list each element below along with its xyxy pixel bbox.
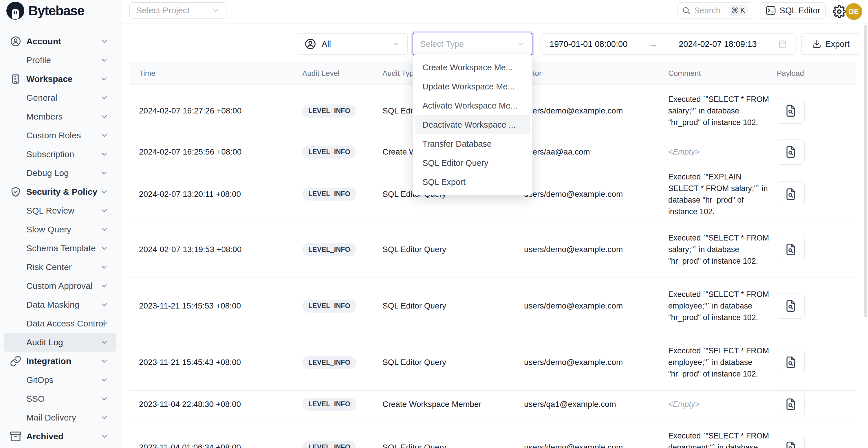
cell-time: 2023-11-04 01:06:34 +08:00 [139,418,289,448]
sidebar-item[interactable]: Archived [4,427,116,446]
sidebar-item[interactable]: SSO [4,389,116,408]
actor-filter-select[interactable]: All [297,33,408,55]
cell-payload [777,167,814,221]
payload-view-button[interactable] [777,182,805,207]
file-search-icon [784,104,797,117]
export-button[interactable]: Export [801,33,860,55]
chevron-down-icon [392,40,400,48]
sidebar-item-label: Members [26,112,63,122]
sidebar-item[interactable]: Account [4,32,116,51]
sidebar-item-label: General [26,93,57,103]
cell-comment: Executed `"EXPLAIN SELECT * FROM salary;… [668,167,770,221]
sidebar-item-label: SQL Review [26,206,74,216]
payload-view-button[interactable] [777,391,805,417]
level-badge: LEVEL_INFO [302,356,356,369]
level-badge: LEVEL_INFO [302,398,356,411]
chevron-down-icon [100,75,108,83]
payload-view-button[interactable] [777,237,805,262]
cell-audit-level: LEVEL_INFO [302,137,380,167]
level-badge: LEVEL_INFO [302,146,356,159]
type-menu-item[interactable]: Activate Workspace Me... [415,96,530,115]
sidebar-item[interactable]: Integration [4,352,116,371]
cell-comment: <Empty> [668,391,770,418]
type-menu-item[interactable]: SQL Export [415,172,530,192]
gear-icon[interactable] [833,5,846,18]
type-menu-item[interactable]: Transfer Database [415,134,530,153]
cell-actor: users/demo@example.com [524,221,657,278]
sidebar-item-label: SSO [26,394,44,404]
sidebar-item-label: GitOps [26,375,53,385]
cell-payload [777,278,814,334]
cell-comment: Executed `"SELECT * FROM salary;"` in da… [668,85,770,137]
vertical-scrollbar[interactable] [864,25,867,317]
sidebar-item[interactable]: Slow Query [4,220,116,239]
chevron-down-icon [100,338,108,347]
cell-audit-level: LEVEL_INFO [302,391,380,418]
sidebar-group-icon [10,73,22,85]
comment-text: <Empty> [668,398,700,410]
sidebar-item[interactable]: Workspace [4,69,116,88]
sidebar-group-icon [10,186,22,198]
sidebar-item[interactable]: Profile [4,51,116,69]
type-menu-item[interactable]: SQL Editor Query [415,153,530,172]
search-icon [682,6,690,15]
payload-view-button[interactable] [777,350,805,375]
file-search-icon [784,188,797,200]
sidebar-item[interactable]: Debug Log [4,163,116,182]
avatar[interactable]: DE [845,3,862,20]
file-search-icon [784,441,797,448]
sidebar-item[interactable]: Members [4,107,116,126]
chevron-down-icon [516,40,525,48]
table-row: 2023-11-21 15:45:43 +08:00 LEVEL_INFO SQ… [129,334,857,391]
sidebar-item[interactable]: General [4,88,116,107]
sql-editor-button[interactable]: SQL Editor [760,2,826,19]
type-filter-select[interactable]: Select Type [412,33,532,55]
level-badge: LEVEL_INFO [302,243,356,256]
cell-audit-level: LEVEL_INFO [302,418,380,448]
payload-view-button[interactable] [777,98,805,124]
chevron-down-icon [100,37,108,46]
table-row: 2023-11-21 15:45:53 +08:00 LEVEL_INFO SQ… [129,278,857,334]
sidebar-item[interactable]: GitOps [4,371,116,389]
sidebar-item[interactable]: Risk Center [4,258,116,277]
type-menu-item[interactable]: Deactivate Workspace ... [415,115,530,134]
sidebar-item[interactable]: Security & Policy [4,182,116,201]
sidebar-item[interactable]: Subscription [4,145,116,163]
sidebar-item[interactable]: SQL Review [4,201,116,220]
sidebar-item-label: Archived [26,431,63,441]
chevron-down-icon [100,56,108,65]
payload-view-button[interactable] [777,435,805,448]
file-search-icon [784,356,797,369]
bytebase-logo[interactable]: Bytebase [6,2,84,20]
chevron-down-icon [100,357,108,365]
sidebar-item[interactable]: Data Masking [4,295,116,314]
type-menu-item[interactable]: Create Workspace Me... [415,58,530,77]
cell-audit-level: LEVEL_INFO [302,167,380,221]
sidebar-item[interactable]: Audit Log [4,333,116,352]
project-select-placeholder: Select Project [136,5,190,15]
column-header-comment: Comment [668,62,770,85]
person-circle-icon [304,38,316,50]
sidebar-group-icon [10,355,22,367]
cell-actor: users/aa@aa.com [524,137,657,167]
table-row: 2023-11-04 01:06:34 +08:00 LEVEL_INFO SQ… [129,418,857,448]
cell-actor: users/demo@example.com [524,85,657,137]
project-select[interactable]: Select Project [129,2,226,19]
sidebar-item[interactable]: Custom Roles [4,126,116,145]
sidebar-item[interactable]: Data Access Control [4,314,116,333]
sidebar-item[interactable]: Mail Delivery [4,408,116,427]
type-dropdown-menu: Create Workspace Me... Update Workspace … [412,55,532,195]
cell-payload [777,85,814,137]
payload-view-button[interactable] [777,139,805,165]
payload-view-button[interactable] [777,293,805,319]
chevron-down-icon [100,206,108,215]
cell-audit-level: LEVEL_INFO [302,221,380,278]
terminal-icon [766,5,776,15]
date-range-picker[interactable]: 1970-01-01 08:00:00 → 2024-02-07 18:09:1… [540,33,797,55]
cell-time: 2023-11-04 22:48:30 +08:00 [139,391,289,418]
sidebar-item[interactable]: Schema Template [4,239,116,258]
sidebar-item[interactable]: Custom Approval [4,277,116,295]
search-input[interactable]: Search ⌘ K [678,2,752,19]
type-menu-item[interactable]: Update Workspace Me... [415,77,530,96]
chevron-down-icon [100,188,108,196]
